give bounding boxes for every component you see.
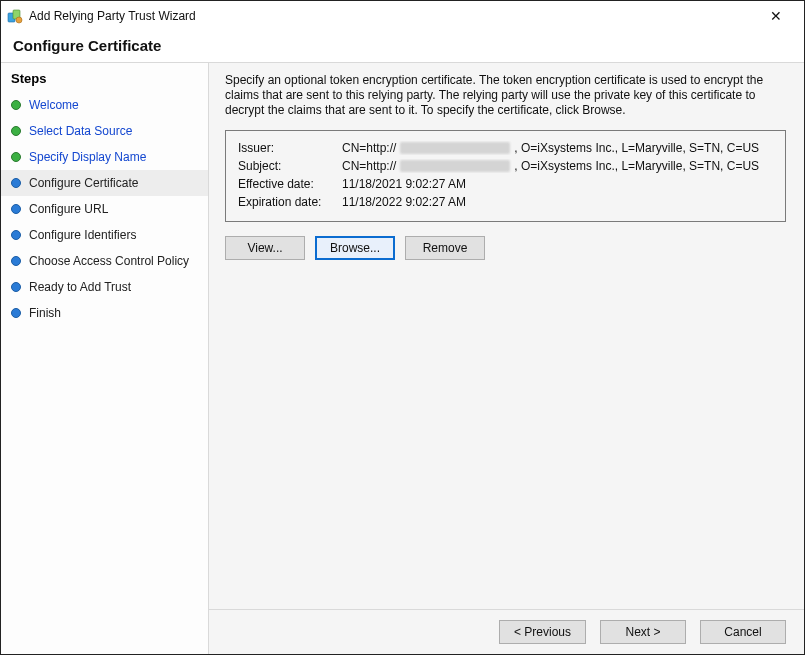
next-button[interactable]: Next > <box>600 620 686 644</box>
svg-point-2 <box>16 17 22 23</box>
step-configure-url[interactable]: Configure URL <box>1 196 208 222</box>
remove-button[interactable]: Remove <box>405 236 485 260</box>
step-bullet-icon <box>11 152 21 162</box>
cert-subject-row: Subject: CN=http:// , O=iXsystems Inc., … <box>238 157 773 175</box>
step-specify-display-name[interactable]: Specify Display Name <box>1 144 208 170</box>
step-finish[interactable]: Finish <box>1 300 208 326</box>
step-bullet-icon <box>11 230 21 240</box>
step-choose-access-control-policy[interactable]: Choose Access Control Policy <box>1 248 208 274</box>
step-bullet-icon <box>11 100 21 110</box>
steps-sidebar: Steps Welcome Select Data Source Specify… <box>1 63 209 654</box>
step-label: Configure URL <box>29 201 108 217</box>
cert-expiration-row: Expiration date: 11/18/2022 9:02:27 AM <box>238 193 773 211</box>
cert-subject-suffix: , O=iXsystems Inc., L=Maryville, S=TN, C… <box>514 159 759 173</box>
step-bullet-icon <box>11 178 21 188</box>
cert-buttons-row: View... Browse... Remove <box>225 236 786 260</box>
step-label: Configure Certificate <box>29 175 138 191</box>
step-bullet-icon <box>11 282 21 292</box>
page-heading: Configure Certificate <box>13 37 792 54</box>
wizard-footer: < Previous Next > Cancel <box>209 609 804 654</box>
step-label: Finish <box>29 305 61 321</box>
cert-issuer-label: Issuer: <box>238 141 334 155</box>
titlebar: Add Relying Party Trust Wizard ✕ <box>1 1 804 31</box>
wizard-body: Steps Welcome Select Data Source Specify… <box>1 62 804 654</box>
instructions-text: Specify an optional token encryption cer… <box>225 73 786 118</box>
titlebar-left: Add Relying Party Trust Wizard <box>7 8 196 24</box>
cert-issuer-suffix: , O=iXsystems Inc., L=Maryville, S=TN, C… <box>514 141 759 155</box>
cert-expiration-label: Expiration date: <box>238 195 334 209</box>
cert-issuer-value: CN=http:// , O=iXsystems Inc., L=Maryvil… <box>342 141 759 155</box>
cancel-button[interactable]: Cancel <box>700 620 786 644</box>
step-ready-to-add-trust[interactable]: Ready to Add Trust <box>1 274 208 300</box>
app-icon <box>7 8 23 24</box>
browse-button[interactable]: Browse... <box>315 236 395 260</box>
close-icon: ✕ <box>770 8 782 24</box>
cert-expiration-value: 11/18/2022 9:02:27 AM <box>342 195 466 209</box>
step-label: Specify Display Name <box>29 149 146 165</box>
step-label: Ready to Add Trust <box>29 279 131 295</box>
cert-effective-value: 11/18/2021 9:02:27 AM <box>342 177 466 191</box>
cert-issuer-prefix: CN=http:// <box>342 141 396 155</box>
step-bullet-icon <box>11 256 21 266</box>
cert-subject-prefix: CN=http:// <box>342 159 396 173</box>
step-select-data-source[interactable]: Select Data Source <box>1 118 208 144</box>
step-bullet-icon <box>11 204 21 214</box>
main-panel: Specify an optional token encryption cer… <box>209 63 804 654</box>
step-configure-identifiers[interactable]: Configure Identifiers <box>1 222 208 248</box>
cert-subject-value: CN=http:// , O=iXsystems Inc., L=Maryvil… <box>342 159 759 173</box>
step-label: Welcome <box>29 97 79 113</box>
cert-issuer-row: Issuer: CN=http:// , O=iXsystems Inc., L… <box>238 139 773 157</box>
step-label: Configure Identifiers <box>29 227 136 243</box>
certificate-details: Issuer: CN=http:// , O=iXsystems Inc., L… <box>225 130 786 222</box>
window-title: Add Relying Party Trust Wizard <box>29 9 196 23</box>
cert-effective-label: Effective date: <box>238 177 334 191</box>
view-button[interactable]: View... <box>225 236 305 260</box>
steps-header: Steps <box>1 67 208 92</box>
redacted-segment <box>400 160 510 172</box>
step-bullet-icon <box>11 126 21 136</box>
cert-effective-row: Effective date: 11/18/2021 9:02:27 AM <box>238 175 773 193</box>
step-configure-certificate[interactable]: Configure Certificate <box>1 170 208 196</box>
close-button[interactable]: ✕ <box>756 2 796 30</box>
redacted-segment <box>400 142 510 154</box>
step-label: Choose Access Control Policy <box>29 253 189 269</box>
wizard-window: Add Relying Party Trust Wizard ✕ Configu… <box>0 0 805 655</box>
heading-bar: Configure Certificate <box>1 31 804 62</box>
cert-subject-label: Subject: <box>238 159 334 173</box>
main-content: Specify an optional token encryption cer… <box>209 63 804 609</box>
step-bullet-icon <box>11 308 21 318</box>
step-welcome[interactable]: Welcome <box>1 92 208 118</box>
step-label: Select Data Source <box>29 123 132 139</box>
previous-button[interactable]: < Previous <box>499 620 586 644</box>
